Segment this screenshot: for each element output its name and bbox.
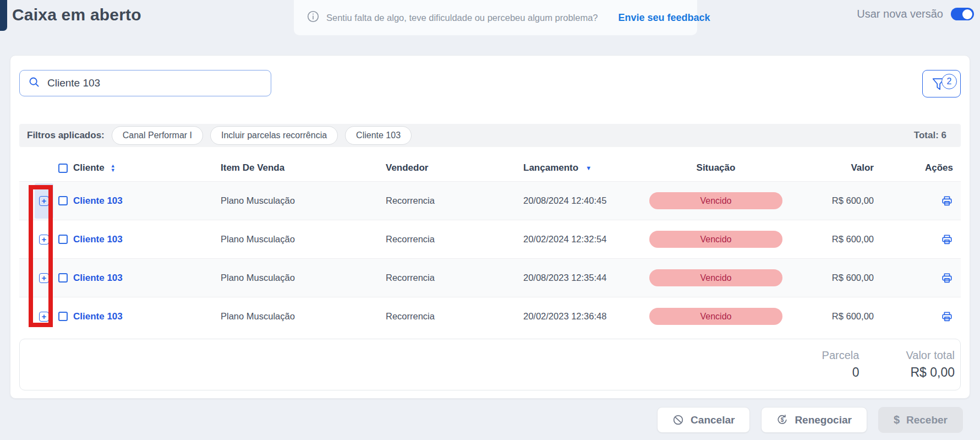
info-icon [307,10,319,25]
renegotiate-button[interactable]: $ Renegociar [761,407,867,433]
expand-cell: + [35,260,53,296]
vendedor-cell: Recorrencia [369,234,518,245]
version-toggle-label: Usar nova versão [857,8,943,20]
valor-cell: R$ 600,00 [793,234,878,245]
receive-button[interactable]: $ Receber [878,407,963,433]
vendedor-cell: Recorrencia [369,311,518,322]
search-icon [28,76,40,90]
parcela-summary: Parcela 0 [822,349,859,380]
valor-total-summary: Valor total R$ 0,00 [906,349,955,380]
client-link[interactable]: Cliente 103 [73,234,123,245]
print-icon [941,272,953,284]
client-link[interactable]: Cliente 103 [73,273,123,284]
feedback-banner: Sentiu falta de algo, teve dificuldade o… [294,0,697,35]
main-card: 2 Filtros aplicados: Canal Performar I I… [10,55,970,399]
select-all-checkbox[interactable] [58,164,68,173]
column-header-vendedor: Vendedor [369,162,518,173]
column-header-cliente[interactable]: Cliente ▲▼ [72,162,204,173]
card-toolbar: 2 [19,70,961,97]
actions-row: Cancelar $ Renegociar $ Receber [0,407,963,433]
filter-count-badge: 2 [941,74,957,89]
lancamento-cell: 20/02/2023 12:36:48 [518,311,639,322]
filter-chip[interactable]: Incluir parcelas recorrência [210,126,338,145]
filter-button[interactable]: 2 [922,70,961,97]
print-icon [941,311,953,323]
expand-cell: + [35,299,53,334]
topbar: Caixa em aberto Sentiu falta de algo, te… [0,0,980,55]
item-cell: Plano Musculação [204,273,369,283]
search-input[interactable] [47,77,262,89]
item-cell: Plano Musculação [204,195,369,206]
status-badge: Vencido [649,308,782,325]
column-header-situacao: Situação [639,162,793,173]
print-button[interactable] [941,272,953,284]
print-button[interactable] [941,195,953,207]
parcela-label: Parcela [822,349,859,362]
version-toggle-wrap: Usar nova versão [857,8,974,20]
item-cell: Plano Musculação [204,234,369,245]
item-cell: Plano Musculação [204,311,369,322]
lancamento-cell: 20/08/2024 12:40:45 [518,195,639,206]
page-root: Caixa em aberto Sentiu falta de algo, te… [0,0,980,440]
sort-icon[interactable]: ▲▼ [111,164,116,172]
client-link[interactable]: Cliente 103 [73,195,123,207]
sort-desc-icon[interactable]: ▼ [585,165,592,171]
expand-row-button[interactable]: + [39,273,49,283]
search-input-wrap [19,70,271,96]
parcela-value: 0 [822,365,859,380]
column-header-valor: Valor [793,162,878,173]
receive-icon: $ [894,414,900,426]
expand-cell-highlight: + [35,183,53,219]
lancamento-cell: 20/02/2024 12:32:54 [518,234,639,245]
version-toggle[interactable] [951,8,974,20]
filter-chip[interactable]: Cliente 103 [345,126,412,145]
filters-label: Filtros aplicados: [27,130,105,141]
table-header-row: Cliente ▲▼ Item De Venda Vendedor Lançam… [19,155,961,181]
lancamento-cell: 20/08/2023 12:35:44 [518,273,639,283]
client-link[interactable]: Cliente 103 [73,311,123,322]
status-badge: Vencido [649,231,782,248]
valor-total-value: R$ 0,00 [906,365,955,380]
row-checkbox[interactable] [58,196,68,205]
feedback-link[interactable]: Envie seu feedback [618,12,710,24]
print-icon [941,233,953,246]
table-row: + Cliente 103 Plano Musculação Recorrenc… [19,297,961,335]
table-row: + Cliente 103 Plano Musculação Recorrenc… [19,258,961,297]
vendedor-cell: Recorrencia [369,195,518,206]
vendedor-cell: Recorrencia [369,273,518,283]
expand-row-button[interactable]: + [39,196,49,206]
cancel-icon [672,414,684,426]
row-checkbox[interactable] [58,273,68,283]
valor-cell: R$ 600,00 [793,195,878,206]
svg-text:$: $ [781,417,784,423]
feedback-message: Sentiu falta de algo, teve dificuldade o… [326,13,598,23]
expand-row-button[interactable]: + [39,235,49,245]
print-button[interactable] [941,311,953,323]
toggle-knob [962,9,972,19]
column-header-item: Item De Venda [204,162,369,173]
row-checkbox[interactable] [58,312,68,321]
expand-row-button[interactable]: + [39,312,49,322]
totals-summary: Parcela 0 Valor total R$ 0,00 [19,339,961,390]
print-button[interactable] [941,233,953,246]
expand-cell: + [35,222,53,257]
column-header-lancamento[interactable]: Lançamento ▼ [518,162,639,173]
applied-filters-band: Filtros aplicados: Canal Performar I Inc… [19,124,961,147]
valor-cell: R$ 600,00 [793,311,878,322]
table-row: + Cliente 103 Plano Musculação Recorrenc… [19,220,961,258]
valor-cell: R$ 600,00 [793,273,878,283]
valor-total-label: Valor total [906,349,955,362]
filter-chip[interactable]: Canal Performar I [112,126,203,145]
print-icon [941,195,953,207]
table-row: + Cliente 103 Plano Musculação Recorrenc… [19,181,961,220]
renegotiate-icon: $ [776,414,788,426]
cancel-button[interactable]: Cancelar [657,407,750,433]
row-checkbox[interactable] [58,235,68,244]
status-badge: Vencido [649,269,782,286]
page-title: Caixa em aberto [12,6,141,24]
column-header-acoes: Ações [878,162,962,173]
status-badge: Vencido [649,192,782,209]
receivables-table: Cliente ▲▼ Item De Venda Vendedor Lançam… [19,155,961,335]
total-count: Total: 6 [914,130,946,141]
